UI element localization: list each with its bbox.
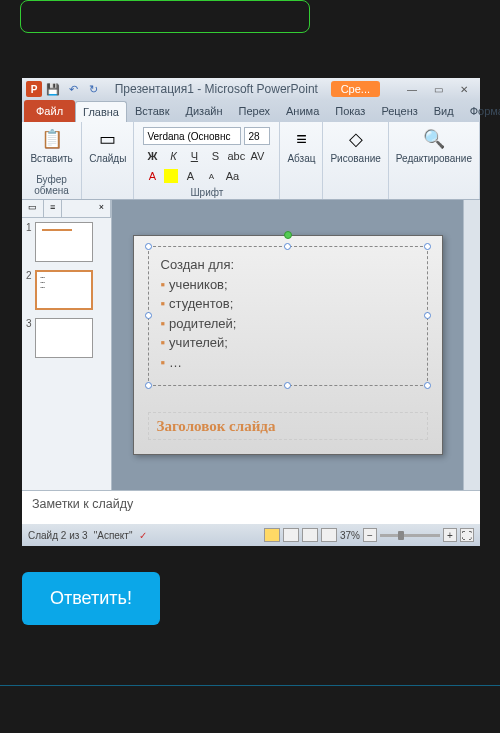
paste-button[interactable]: 📋 Вставить <box>28 125 74 166</box>
slide-editor[interactable]: Создан для: ▪учеников; ▪студентов; ▪роди… <box>112 200 463 490</box>
undo-icon[interactable]: ↶ <box>64 80 82 98</box>
paste-icon: 📋 <box>40 127 64 151</box>
notes-pane[interactable]: Заметки к слайду <box>22 490 480 524</box>
grow-font-button[interactable]: A <box>181 167 199 185</box>
strike-button[interactable]: S <box>206 147 224 165</box>
resize-handle[interactable] <box>284 243 291 250</box>
zoom-in-button[interactable]: + <box>443 528 457 542</box>
ribbon-group-editing: 🔍 Редактирование <box>389 122 480 199</box>
tab-animations[interactable]: Анима <box>278 100 327 122</box>
ribbon-group-clipboard: 📋 Вставить Буфер обмена <box>22 122 82 199</box>
vertical-scrollbar[interactable] <box>463 200 480 490</box>
thumbnail-1[interactable]: 1 <box>22 218 111 266</box>
panel-tabs: ▭ ≡ × <box>22 200 111 218</box>
sorter-view-button[interactable] <box>283 528 299 542</box>
tab-home[interactable]: Главна <box>75 101 127 122</box>
tab-design[interactable]: Дизайн <box>178 100 231 122</box>
resize-handle[interactable] <box>424 312 431 319</box>
save-icon[interactable]: 💾 <box>44 80 62 98</box>
new-slide-button[interactable]: ▭ Слайды <box>87 125 128 166</box>
zoom-percent: 37% <box>340 530 360 541</box>
tab-file[interactable]: Файл <box>24 100 75 122</box>
ribbon-tabs: Файл Главна Вставк Дизайн Перех Анима По… <box>22 100 480 122</box>
bold-button[interactable]: Ж <box>143 147 161 165</box>
normal-view-button[interactable] <box>264 528 280 542</box>
font-size-select[interactable]: 28 <box>244 127 270 145</box>
slides-tab[interactable]: ▭ <box>22 200 44 217</box>
thumbnail-2[interactable]: 2 ▪▪▪▪▪▪▪▪▪ <box>22 266 111 314</box>
title-placeholder[interactable]: Заголовок слайда <box>148 412 428 440</box>
tab-insert[interactable]: Вставк <box>127 100 178 122</box>
underline-button[interactable]: Ч <box>185 147 203 165</box>
maximize-button[interactable]: ▭ <box>426 82 450 96</box>
zoom-out-button[interactable]: − <box>363 528 377 542</box>
outline-tab[interactable]: ≡ <box>44 200 62 217</box>
shadow-button[interactable]: abc <box>227 147 245 165</box>
drawing-button[interactable]: ◇ Рисование <box>328 125 382 166</box>
ribbon: 📋 Вставить Буфер обмена ▭ Слайды Verdana… <box>22 122 480 200</box>
powerpoint-window: P 💾 ↶ ↻ Презентация1 - Microsoft PowerPo… <box>22 78 480 526</box>
ribbon-group-font: Verdana (Основнс 28 Ж К Ч S abc AV A A A… <box>134 122 280 199</box>
tab-view[interactable]: Вид <box>426 100 462 122</box>
resize-handle[interactable] <box>424 243 431 250</box>
slide-panel: ▭ ≡ × 1 2 ▪▪▪▪▪▪▪▪▪ 3 <box>22 200 112 490</box>
ribbon-group-paragraph: ≡ Абзац <box>280 122 323 199</box>
resize-handle[interactable] <box>284 382 291 389</box>
section-divider <box>0 685 500 686</box>
editing-button[interactable]: 🔍 Редактирование <box>394 125 474 166</box>
answer-button[interactable]: Ответить! <box>22 572 160 625</box>
slide-icon: ▭ <box>96 127 120 151</box>
spellcheck-icon[interactable]: ✓ <box>139 530 147 541</box>
resize-handle[interactable] <box>145 312 152 319</box>
highlight-button[interactable] <box>164 169 178 183</box>
titlebar: P 💾 ↶ ↻ Презентация1 - Microsoft PowerPo… <box>22 78 480 100</box>
paragraph-icon: ≡ <box>289 127 313 151</box>
reading-view-button[interactable] <box>302 528 318 542</box>
input-frame[interactable] <box>20 0 310 33</box>
content-textbox[interactable]: Создан для: ▪учеников; ▪студентов; ▪роди… <box>148 246 428 386</box>
fit-button[interactable]: ⛶ <box>460 528 474 542</box>
resize-handle[interactable] <box>145 243 152 250</box>
font-color-button[interactable]: A <box>143 167 161 185</box>
paragraph-button[interactable]: ≡ Абзац <box>285 125 317 166</box>
tab-format[interactable]: Формат <box>462 100 500 122</box>
theme-name: "Аспект" <box>94 530 133 541</box>
app-icon: P <box>26 81 42 97</box>
rotate-handle[interactable] <box>284 231 292 239</box>
statusbar: Слайд 2 из 3 "Аспект" ✓ 37% − + ⛶ <box>22 524 480 546</box>
window-controls: — ▭ ✕ <box>400 82 476 96</box>
slide-counter: Слайд 2 из 3 <box>28 530 88 541</box>
spacing-button[interactable]: AV <box>248 147 266 165</box>
workspace: ▭ ≡ × 1 2 ▪▪▪▪▪▪▪▪▪ 3 <box>22 200 480 490</box>
shapes-icon: ◇ <box>344 127 368 151</box>
resize-handle[interactable] <box>424 382 431 389</box>
resize-handle[interactable] <box>145 382 152 389</box>
font-name-select[interactable]: Verdana (Основнс <box>143 127 241 145</box>
new-features-button[interactable]: Сре... <box>331 81 380 97</box>
zoom-slider[interactable] <box>380 534 440 537</box>
close-panel[interactable]: × <box>93 200 111 217</box>
ribbon-group-drawing: ◇ Рисование <box>323 122 388 199</box>
ribbon-group-slides: ▭ Слайды <box>82 122 134 199</box>
tab-transitions[interactable]: Перех <box>230 100 278 122</box>
change-case-button[interactable]: Aa <box>223 167 241 185</box>
tab-slideshow[interactable]: Показ <box>327 100 373 122</box>
close-button[interactable]: ✕ <box>452 82 476 96</box>
tab-review[interactable]: Реценз <box>373 100 425 122</box>
slideshow-view-button[interactable] <box>321 528 337 542</box>
slide-canvas[interactable]: Создан для: ▪учеников; ▪студентов; ▪роди… <box>133 235 443 455</box>
redo-icon[interactable]: ↻ <box>84 80 102 98</box>
shrink-font-button[interactable]: A <box>202 167 220 185</box>
quick-access-toolbar: P 💾 ↶ ↻ <box>26 80 102 98</box>
find-icon: 🔍 <box>422 127 446 151</box>
minimize-button[interactable]: — <box>400 82 424 96</box>
textbox-content[interactable]: Создан для: ▪учеников; ▪студентов; ▪роди… <box>161 255 415 372</box>
italic-button[interactable]: К <box>164 147 182 165</box>
thumbnail-3[interactable]: 3 <box>22 314 111 362</box>
window-title: Презентация1 - Microsoft PowerPoint <box>102 82 331 96</box>
